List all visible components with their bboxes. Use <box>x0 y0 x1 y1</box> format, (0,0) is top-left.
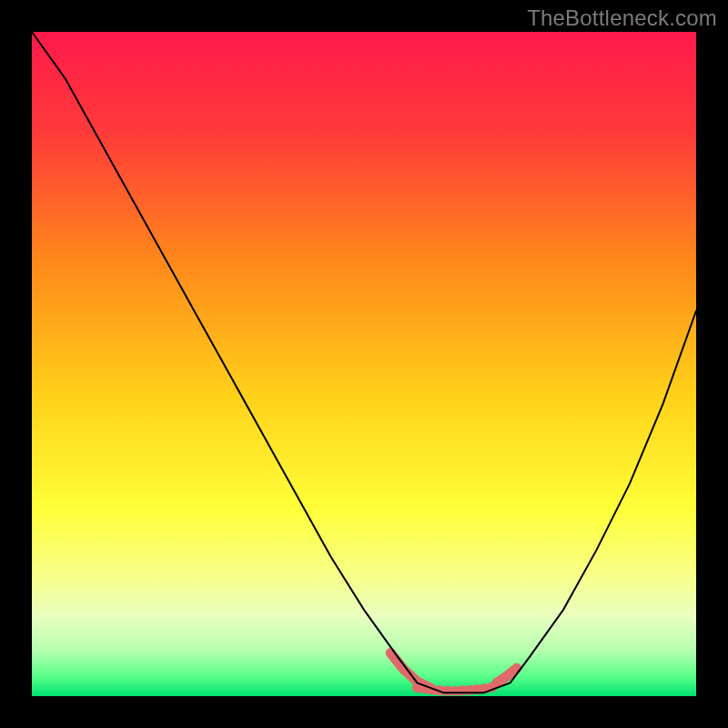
chart-frame: TheBottleneck.com <box>0 0 728 728</box>
watermark-text: TheBottleneck.com <box>527 5 717 31</box>
bottleneck-chart <box>0 0 728 728</box>
plot-background <box>32 32 696 696</box>
